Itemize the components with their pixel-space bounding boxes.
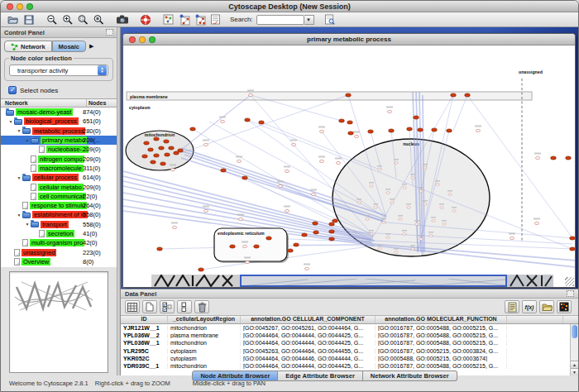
column-header[interactable]: annotation.GO MOLECULAR_FUNCTION <box>376 316 507 323</box>
graph-node[interactable] <box>370 185 373 188</box>
graph-node-selected-red[interactable] <box>157 247 163 251</box>
graph-node-selected-red[interactable] <box>570 247 575 251</box>
table-row[interactable]: YPL036W__2plasma membrane[GO:0044464, GO… <box>121 332 578 339</box>
graph-node[interactable] <box>336 161 340 164</box>
graph-node-selected-red[interactable] <box>407 127 413 131</box>
graph-node-selected-red[interactable] <box>418 128 423 131</box>
graph-node-selected-red[interactable] <box>154 137 160 141</box>
resize-grip[interactable] <box>565 277 574 286</box>
graph-node-selected-red[interactable] <box>174 151 179 155</box>
graph-node-selected-red[interactable] <box>329 230 335 233</box>
tree-expander-icon[interactable]: ▼ <box>16 128 22 133</box>
graph-node[interactable] <box>452 210 456 213</box>
graph-node-selected-red[interactable] <box>368 130 374 133</box>
graph-node[interactable] <box>378 169 381 171</box>
graph-node-selected-red[interactable] <box>159 146 165 150</box>
tree-row[interactable]: Overview8(0) <box>1 257 117 266</box>
tree-expander-icon[interactable]: ▼ <box>24 138 31 143</box>
tree-row[interactable]: ▼primary metabo209(... <box>1 136 117 145</box>
graph-node-selected-red[interactable] <box>566 156 572 160</box>
attribute-list-icon[interactable] <box>505 300 519 313</box>
tree-row[interactable]: macromolecule311(0) <box>1 164 117 173</box>
graph-node-selected-red[interactable] <box>144 141 150 145</box>
tree-row[interactable]: response to stimulu264(0) <box>1 201 117 210</box>
graph-node-selected-red[interactable] <box>313 231 319 234</box>
tree-expander-icon[interactable]: ▼ <box>7 119 14 124</box>
graph-node[interactable] <box>510 237 514 239</box>
tree-row[interactable]: ▼cellular process614(0) <box>1 173 117 182</box>
table-row[interactable]: YDR039C__1mitochondrion[GO:0044464, GO:0… <box>121 362 578 370</box>
advanced-search-icon[interactable] <box>322 13 337 26</box>
graph-node[interactable] <box>319 160 323 162</box>
graph-node-selected-red[interactable] <box>447 129 452 132</box>
graph-node-selected-red[interactable] <box>339 119 345 122</box>
tree-row[interactable]: nucleobase-...209(0) <box>1 145 117 154</box>
graph-node[interactable] <box>172 226 176 228</box>
network-canvas[interactable]: plasma membrane cytoplasm mitochondrion … <box>123 45 575 287</box>
tab-mosaic[interactable]: Mosaic <box>52 41 86 52</box>
graph-node[interactable] <box>354 135 358 137</box>
graph-node-selected-red[interactable] <box>348 131 354 135</box>
graph-node-selected-red[interactable] <box>266 237 272 240</box>
tree-row[interactable]: nitrogen compo209(0) <box>1 154 117 163</box>
graph-node[interactable] <box>378 248 381 251</box>
float-panel-icon[interactable] <box>106 29 113 36</box>
tree-row[interactable]: ▼biological_process651(0) <box>1 117 117 126</box>
new-attribute-icon[interactable] <box>142 300 157 313</box>
graph-node[interactable] <box>448 194 452 196</box>
graph-node[interactable] <box>291 143 295 146</box>
scroll-down-icon[interactable]: ▼ <box>571 368 578 375</box>
graph-node-selected-red[interactable] <box>288 249 294 252</box>
graph-node-selected-red[interactable] <box>142 155 148 158</box>
graph-node[interactable] <box>390 202 394 204</box>
minimize-button[interactable] <box>17 3 23 10</box>
graph-node[interactable] <box>403 187 406 189</box>
tree-row[interactable]: multi-organism pro42(0) <box>1 238 117 247</box>
graph-node[interactable] <box>419 190 423 193</box>
tree-row[interactable]: ▼transport558(0) <box>1 220 117 229</box>
graph-node[interactable] <box>399 218 402 221</box>
graph-node-selected-red[interactable] <box>254 245 260 248</box>
graph-node[interactable] <box>415 223 419 226</box>
search-dropdown-icon[interactable]: ▼ <box>304 15 314 25</box>
graph-node-selected-red[interactable] <box>465 93 471 97</box>
graph-node-selected-red[interactable] <box>190 127 196 131</box>
graph-node[interactable] <box>374 207 377 209</box>
select-nodes-checkbox[interactable]: ✓ <box>8 86 17 94</box>
save-icon[interactable] <box>21 13 36 26</box>
column-header[interactable]: _cellularLayoutRegion <box>168 316 241 323</box>
search-input[interactable] <box>256 15 304 25</box>
graph-node[interactable] <box>443 223 446 226</box>
help-lifering-icon[interactable] <box>137 13 153 26</box>
unselect-attributes-icon[interactable] <box>177 300 192 313</box>
network-window-titlebar[interactable]: primary metabolic process <box>123 34 575 45</box>
graph-node[interactable] <box>407 207 410 209</box>
graph-node[interactable] <box>411 177 414 179</box>
graph-node-selected-red[interactable] <box>451 93 457 97</box>
birdseye-view[interactable] <box>9 271 108 373</box>
graph-node-selected-red[interactable] <box>165 153 170 156</box>
tree-row[interactable]: ▼metabolic process280(0) <box>1 127 117 136</box>
graph-node-selected-red[interactable] <box>302 233 308 237</box>
graph-node[interactable] <box>423 167 427 170</box>
graph-node-selected-red[interactable] <box>333 219 338 222</box>
tab-network-attribute-browser[interactable]: Network Attribute Browser <box>363 370 457 381</box>
tree-row[interactable]: mosaic-demo-yeast874(0) <box>1 108 117 117</box>
attribute-matrix-icon[interactable] <box>557 300 572 313</box>
graph-node[interactable] <box>311 193 315 195</box>
graph-node-selected-red[interactable] <box>259 121 265 124</box>
graph-node-selected-red[interactable] <box>154 154 160 157</box>
create-network-from-selection-icon[interactable] <box>176 13 192 26</box>
graph-node[interactable] <box>370 233 373 236</box>
tree-expander-icon[interactable]: ▼ <box>16 175 22 180</box>
graph-node-selected-red[interactable] <box>199 268 204 271</box>
graph-node[interactable] <box>203 209 208 212</box>
graph-node[interactable] <box>238 218 242 220</box>
graph-node-selected-red[interactable] <box>148 148 154 151</box>
graph-node[interactable] <box>432 220 435 222</box>
table-row[interactable]: YLR295Ccytoplasm[GO:0045263, GO:0044464,… <box>121 347 578 355</box>
column-header[interactable]: annotation.GO CELLULAR_COMPONENT <box>241 316 376 323</box>
select-attributes-grid-icon[interactable] <box>125 300 140 313</box>
node-color-dropdown[interactable]: transporter activity ▲▼ <box>9 65 108 76</box>
graph-node[interactable] <box>411 248 414 251</box>
